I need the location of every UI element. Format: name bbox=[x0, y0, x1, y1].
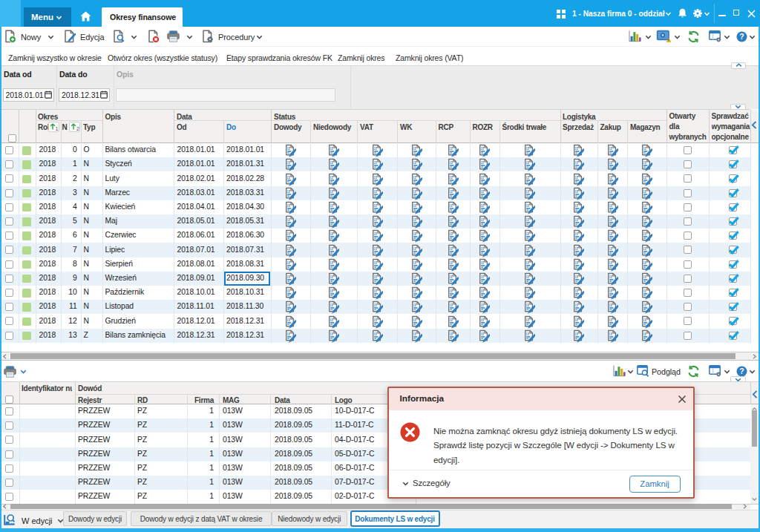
svg-text:?: ? bbox=[739, 367, 744, 375]
svg-text:?: ? bbox=[739, 32, 744, 41]
